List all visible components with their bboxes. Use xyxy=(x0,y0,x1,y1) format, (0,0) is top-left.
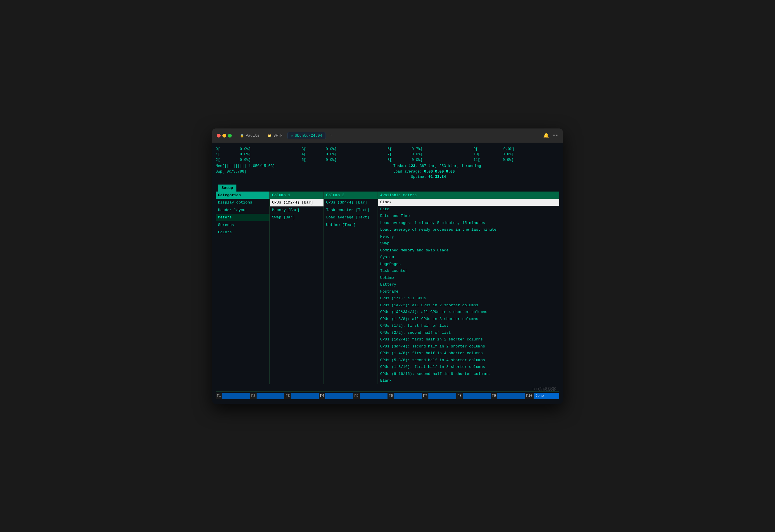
avail-cpus-2-2[interactable]: CPUs (2/2): second half of list xyxy=(378,329,559,336)
avail-cpus-916-16[interactable]: CPUs (9-16/16): second half in 8 shorter… xyxy=(378,371,559,378)
cpu-2-row: 2[ 0.0%] xyxy=(216,157,302,163)
avail-cpus-58-8[interactable]: CPUs (5-8/8): second half in 4 shorter c… xyxy=(378,357,559,364)
fkey-f10[interactable]: F10 Done xyxy=(525,393,559,399)
close-button[interactable] xyxy=(217,134,221,138)
terminal: 0[ 0.0%] 3[ 0.0%] 6[ 0.7%] 9[ 0.0%] 1[ 0… xyxy=(212,143,563,404)
terminal-content: 0[ 0.0%] 3[ 0.0%] 6[ 0.7%] 9[ 0.0%] 1[ 0… xyxy=(216,147,559,400)
fkey-f9-label xyxy=(497,393,525,399)
col2-item-3[interactable]: Uptime [Text] xyxy=(324,221,378,229)
main-window: 🔒 Vaults 📁 SFTP ✕ Ubuntu-24.04 + 🔔 ▪▪ 0[ xyxy=(212,128,563,404)
titlebar: 🔒 Vaults 📁 SFTP ✕ Ubuntu-24.04 + 🔔 ▪▪ xyxy=(212,128,563,143)
col1-item-2[interactable]: Swap [Bar] xyxy=(270,214,324,221)
fkey-f6[interactable]: F6 xyxy=(388,393,422,399)
avail-cpus-18-16[interactable]: CPUs (1-8/16): first half in 8 shorter c… xyxy=(378,364,559,371)
column1-panel: Column 1 CPUs (1&2/4) [Bar] Memory [Bar]… xyxy=(270,192,324,384)
avail-datetime[interactable]: Date and Time xyxy=(378,213,559,220)
mem-line: Mem[|||||||||| 1.05G/15.6G] xyxy=(216,164,388,169)
col2-item-1[interactable]: Task counter [Text] xyxy=(324,206,378,214)
available-panel: Available meters Clock Date Date and Tim… xyxy=(378,192,559,384)
fkey-f8[interactable]: F8 xyxy=(456,393,491,399)
fkey-f5[interactable]: F5 xyxy=(353,393,388,399)
maximize-button[interactable] xyxy=(228,134,232,138)
fkey-f8-label xyxy=(463,393,491,399)
col2-item-2[interactable]: Load average [Text] xyxy=(324,214,378,221)
fkey-f2[interactable]: F2 xyxy=(250,393,285,399)
col1-item-1[interactable]: Memory [Bar] xyxy=(270,206,324,214)
avail-uptime[interactable]: Uptime xyxy=(378,274,559,281)
avail-cpus-18-8[interactable]: CPUs (1-8/8): all CPUs in 8 shorter colu… xyxy=(378,316,559,323)
avail-cpus-14-8[interactable]: CPUs (1-4/8): first half in 4 shorter co… xyxy=(378,350,559,357)
categories-header: Categories xyxy=(216,192,270,199)
fkey-f8-num: F8 xyxy=(456,393,463,399)
avail-combined[interactable]: Combined memory and swap usage xyxy=(378,247,559,254)
uptime-line: Uptime: 01:33:34 xyxy=(388,174,559,180)
cpu-11-row: 11[ 0.0%] xyxy=(473,157,559,163)
close-tab-icon[interactable]: ✕ xyxy=(291,134,293,138)
sftp-icon: 📁 xyxy=(268,134,272,138)
cat-colors[interactable]: Colors xyxy=(216,229,270,236)
titlebar-actions: 🔔 ▪▪ xyxy=(543,133,558,138)
cpu-9-row: 9[ 0.0%] xyxy=(473,147,559,152)
fkey-f1-label xyxy=(222,393,250,399)
avail-cpus-12-2[interactable]: CPUs (1&2/2): all CPUs in 2 shorter colu… xyxy=(378,302,559,309)
avail-cpus-1-2[interactable]: CPUs (1/2): first half of list xyxy=(378,322,559,329)
cat-display-options[interactable]: Display options xyxy=(216,199,270,206)
fkey-f6-label xyxy=(394,393,422,399)
tab-vaults[interactable]: 🔒 Vaults xyxy=(237,132,263,139)
cpu-7-row: 7[ 0.0%] xyxy=(388,152,473,157)
tab-ubuntu[interactable]: ✕ Ubuntu-24.04 xyxy=(287,132,326,139)
available-header: Available meters xyxy=(378,192,559,199)
avail-blank[interactable]: Blank xyxy=(378,377,559,384)
avail-task-counter[interactable]: Task counter xyxy=(378,267,559,274)
avail-system[interactable]: System xyxy=(378,254,559,261)
fkey-f4[interactable]: F4 xyxy=(319,393,353,399)
cpu-3-row: 3[ 0.0%] xyxy=(302,147,388,152)
avail-battery[interactable]: Battery xyxy=(378,281,559,288)
fkey-f1-num: F1 xyxy=(216,393,222,399)
watermark-icon: ⊙ xyxy=(532,386,535,393)
watermark: ⊙ ⊙系统极客 xyxy=(532,386,556,393)
col2-item-0[interactable]: CPUs (3&4/4) [Bar] xyxy=(324,199,378,206)
cpu-4-row: 4[ 0.0%] xyxy=(302,152,388,157)
avail-memory[interactable]: Memory xyxy=(378,233,559,240)
avail-hostname[interactable]: Hostname xyxy=(378,288,559,295)
setup-section: Setup Categories Display options Header … xyxy=(216,185,559,384)
column1-header: Column 1 xyxy=(270,192,324,199)
cat-meters[interactable]: Meters xyxy=(216,214,270,221)
fkey-f9[interactable]: F9 xyxy=(491,393,525,399)
fkey-f7-num: F7 xyxy=(422,393,428,399)
fkey-f7[interactable]: F7 xyxy=(422,393,456,399)
fkey-f3-num: F3 xyxy=(284,393,291,399)
cat-header-layout[interactable]: Header layout xyxy=(216,206,270,214)
tab-sftp[interactable]: 📁 SFTP xyxy=(264,132,286,139)
avail-load-averages[interactable]: Load averages: 1 minute, 5 minutes, 15 m… xyxy=(378,220,559,227)
vaults-icon: 🔒 xyxy=(240,134,244,138)
fkey-f1[interactable]: F1 xyxy=(216,393,250,399)
fkey-f2-num: F2 xyxy=(250,393,257,399)
fkey-f6-num: F6 xyxy=(388,393,394,399)
layout-icon[interactable]: ▪▪ xyxy=(552,133,558,138)
minimize-button[interactable] xyxy=(223,134,226,138)
swp-line: Swp[ 0K/3.78G] xyxy=(216,169,388,175)
fkey-f2-label xyxy=(257,393,284,399)
cpu-0-row: 0[ 0.0%] xyxy=(216,147,302,152)
fkey-f3[interactable]: F3 xyxy=(284,393,319,399)
setup-body: Categories Display options Header layout… xyxy=(216,192,559,384)
cpu-grid: 0[ 0.0%] 3[ 0.0%] 6[ 0.7%] 9[ 0.0%] 1[ 0… xyxy=(216,147,559,163)
avail-hugepages[interactable]: HugePages xyxy=(378,261,559,268)
avail-cpus-12-4[interactable]: CPUs (1&2/4): first half in 2 shorter co… xyxy=(378,336,559,343)
mem-tasks-section: Mem[|||||||||| 1.05G/15.6G] Tasks: 123, … xyxy=(216,164,559,180)
avail-cpus-1-1[interactable]: CPUs (1/1): all CPUs xyxy=(378,295,559,302)
avail-swap[interactable]: Swap xyxy=(378,240,559,247)
add-tab-button[interactable]: + xyxy=(327,133,335,138)
avail-clock[interactable]: Clock xyxy=(378,199,559,206)
avail-cpus-1234-4[interactable]: CPUs (1&2&3&4/4): all CPUs in 4 shorter … xyxy=(378,309,559,316)
avail-load-ready[interactable]: Load: average of ready processes in the … xyxy=(378,226,559,233)
avail-cpus-34-4[interactable]: CPUs (3&4/4): second half in 2 shorter c… xyxy=(378,343,559,350)
column2-header: Column 2 xyxy=(324,192,378,199)
col1-item-0[interactable]: CPUs (1&2/4) [Bar] xyxy=(270,199,324,206)
column2-panel: Column 2 CPUs (3&4/4) [Bar] Task counter… xyxy=(324,192,378,384)
notification-icon[interactable]: 🔔 xyxy=(543,133,549,138)
avail-date[interactable]: Date xyxy=(378,206,559,213)
cat-screens[interactable]: Screens xyxy=(216,221,270,229)
